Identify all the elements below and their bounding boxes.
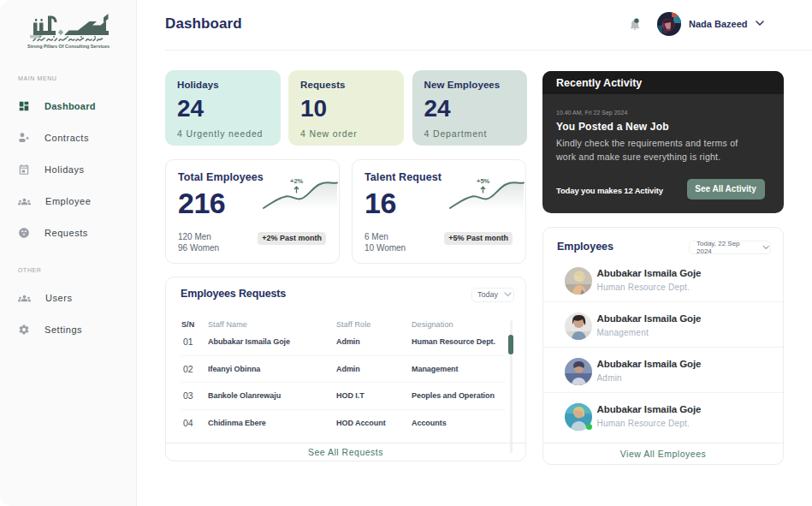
svg-text:Strong Pillars Of Consulting S: Strong Pillars Of Consulting Services [27,44,110,49]
